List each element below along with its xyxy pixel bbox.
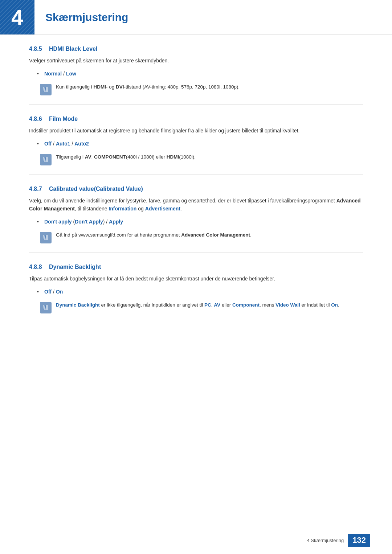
options-list-4-8-5: Normal / Low — [40, 70, 363, 78]
list-item: Normal / Low — [40, 70, 363, 78]
section-title-4-8-8: Dynamic Backlight — [49, 264, 101, 270]
section-heading-4-8-8: 4.8.8 Dynamic Backlight — [29, 264, 363, 270]
option-separator: / — [63, 71, 66, 77]
footer-chapter-label: 4 Skærmjustering — [307, 538, 344, 543]
option-auto1: Auto1 — [56, 141, 70, 147]
info-icon — [42, 86, 49, 93]
info-icon — [42, 304, 49, 311]
note-4-8-7: Gå ind på www.samsunglfd.com for at hent… — [40, 231, 363, 243]
note-4-8-5: Kun tilgængelig i HDMI- og DVI-tilstand … — [40, 83, 363, 95]
option-dont-apply: Don't apply — [44, 219, 72, 225]
divider-1 — [29, 104, 363, 105]
page: 4 Skærmjustering 4.8.5 HDMI Black Level … — [0, 0, 392, 554]
note-icon-4-8-7 — [40, 232, 52, 243]
options-list-4-8-7: Don't apply (Don't Apply) / Apply — [40, 218, 363, 226]
section-heading-4-8-7: 4.8.7 Calibrated value(Calibrated Value) — [29, 186, 363, 192]
section-body-4-8-6: Indstiller produktet til automatisk at r… — [29, 127, 363, 135]
content-area: 4.8.5 HDMI Black Level Vælger sortniveau… — [0, 46, 392, 350]
note-text-4-8-8: Dynamic Backlight er ikke tilgængelig, n… — [56, 301, 363, 309]
section-heading-4-8-6: 4.8.6 Film Mode — [29, 116, 363, 122]
note-icon-4-8-5 — [40, 84, 52, 95]
option-auto2: Auto2 — [74, 141, 89, 147]
option-apply: Apply — [109, 219, 123, 225]
section-number-4-8-5: 4.8.5 — [29, 46, 42, 52]
option-off: Off — [44, 141, 52, 147]
option-normal: Normal — [44, 71, 62, 77]
section-4-8-7: 4.8.7 Calibrated value(Calibrated Value)… — [29, 186, 363, 243]
section-4-8-6: 4.8.6 Film Mode Indstiller produktet til… — [29, 116, 363, 165]
list-item: Off / Auto1 / Auto2 — [40, 140, 363, 148]
info-icon — [42, 234, 49, 241]
note-4-8-8: Dynamic Backlight er ikke tilgængelig, n… — [40, 301, 363, 313]
section-title-4-8-6: Film Mode — [49, 116, 78, 122]
section-body-4-8-8: Tilpas automatisk bagbelysningen for at … — [29, 275, 363, 283]
chapter-title: Skærmjustering — [45, 11, 128, 24]
chapter-title-area: Skærmjustering — [34, 0, 392, 34]
section-number-4-8-6: 4.8.6 — [29, 116, 42, 122]
divider-3 — [29, 253, 363, 253]
info-icon — [42, 156, 49, 163]
section-heading-4-8-5: 4.8.5 HDMI Black Level — [29, 46, 363, 52]
note-text-4-8-5: Kun tilgængelig i HDMI- og DVI-tilstand … — [56, 83, 363, 91]
svg-rect-1 — [0, 0, 34, 34]
footer-page-number: 132 — [348, 534, 370, 547]
note-text-4-8-7: Gå ind på www.samsunglfd.com for at hent… — [56, 231, 363, 239]
list-item: Off / On — [40, 288, 363, 296]
note-icon-4-8-6 — [40, 154, 52, 165]
option-sep: / — [53, 141, 56, 147]
note-4-8-6: Tilgængelig i AV, COMPONENT(480i / 1080i… — [40, 153, 363, 165]
chapter-header: 4 Skærmjustering — [0, 0, 392, 35]
section-body-4-8-5: Vælger sortniveauet på skærmen for at ju… — [29, 57, 363, 65]
page-footer: 4 Skærmjustering 132 — [307, 534, 370, 547]
note-text-4-8-6: Tilgængelig i AV, COMPONENT(480i / 1080i… — [56, 153, 363, 161]
options-list-4-8-8: Off / On — [40, 288, 363, 296]
option-sep: / — [53, 289, 56, 295]
option-low: Low — [66, 71, 76, 77]
chapter-number-block: 4 — [0, 0, 34, 34]
section-body-4-8-7: Vælg, om du vil anvende indstillingerne … — [29, 197, 363, 213]
note-icon-4-8-8 — [40, 302, 52, 313]
section-title-4-8-5: HDMI Black Level — [49, 46, 97, 52]
options-list-4-8-6: Off / Auto1 / Auto2 — [40, 140, 363, 148]
option-paren-close: ) — [103, 219, 105, 225]
option-off-2: Off — [44, 289, 52, 295]
section-number-4-8-8: 4.8.8 — [29, 264, 42, 270]
option-dont-apply-2: Don't Apply — [75, 219, 103, 225]
list-item: Don't apply (Don't Apply) / Apply — [40, 218, 363, 226]
section-4-8-5: 4.8.5 HDMI Black Level Vælger sortniveau… — [29, 46, 363, 95]
section-4-8-8: 4.8.8 Dynamic Backlight Tilpas automatis… — [29, 264, 363, 313]
divider-2 — [29, 175, 363, 175]
section-title-4-8-7: Calibrated value(Calibrated Value) — [49, 186, 143, 192]
option-on: On — [56, 289, 63, 295]
section-number-4-8-7: 4.8.7 — [29, 186, 42, 192]
option-sep: / — [106, 219, 109, 225]
